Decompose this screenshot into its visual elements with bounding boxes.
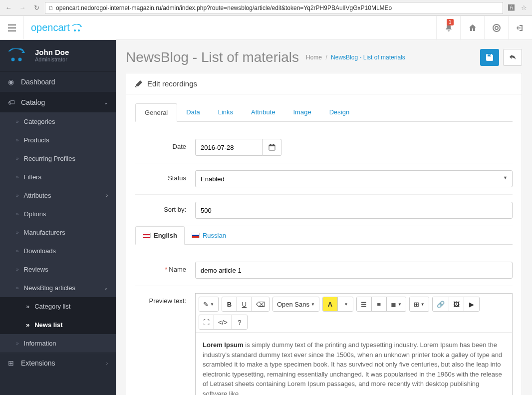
tab-image[interactable]: Image (284, 103, 320, 121)
sidebar-item-options[interactable]: »Options (0, 205, 116, 223)
save-button[interactable] (480, 49, 499, 66)
sidebar-item-newsblog[interactable]: »NewsBlog articles⌄ (0, 279, 116, 297)
svg-point-4 (74, 29, 76, 31)
svg-rect-0 (8, 24, 16, 25)
home-button[interactable] (460, 16, 484, 40)
sort-label: Sort by: (135, 202, 195, 219)
sidebar-item-extensions[interactable]: ⊞ Extensions › (0, 353, 116, 373)
sidebar-item-attributes[interactable]: »Attributes› (0, 186, 116, 205)
browser-chrome: ← → ↻ 🗋 opencart.nedorogoi-internet-maga… (0, 0, 532, 16)
svg-rect-13 (273, 144, 274, 145)
panel-heading: Edit recordings (126, 73, 522, 94)
more-color-button[interactable]: ▼ (338, 297, 353, 311)
app-topbar: opencart 1 (0, 16, 532, 40)
text-color-button[interactable]: A (323, 297, 338, 311)
sidebar-item-dashboard[interactable]: ◉ Dashboard (0, 71, 116, 92)
editor-content[interactable]: Lorem Ipsum is simply dummy text of the … (196, 333, 512, 395)
sidebar-item-recurring[interactable]: »Recurring Profiles (0, 149, 116, 168)
logout-button[interactable] (508, 16, 532, 40)
fullscreen-button[interactable]: ⛶ (199, 315, 214, 329)
sidebar-toggle[interactable] (0, 16, 24, 40)
flag-ru-icon (192, 233, 200, 238)
sidebar-item-manufacturers[interactable]: »Manufacturers (0, 223, 116, 242)
svg-rect-12 (270, 144, 271, 145)
browser-back[interactable]: ← (3, 2, 14, 13)
code-view-button[interactable]: </> (214, 315, 232, 329)
profile-block: John Doe Administrator (0, 40, 116, 71)
puzzle-icon: ⊞ (8, 359, 16, 367)
status-label: Status (135, 170, 195, 187)
sidebar-item-products[interactable]: »Products (0, 131, 116, 149)
erase-button[interactable]: ⌫ (252, 297, 269, 311)
video-button[interactable]: ▶ (464, 297, 479, 311)
url-text: opencart.nedorogoi-internet-magazin.ru/a… (56, 4, 392, 11)
image-button[interactable]: 🖼 (449, 297, 464, 311)
chevron-down-icon: ⌄ (104, 285, 108, 291)
svg-point-8 (11, 57, 15, 61)
name-label: *Name (135, 262, 195, 279)
bold-button[interactable]: B (222, 297, 237, 311)
ol-button[interactable]: ≡ (372, 297, 387, 311)
date-input[interactable] (195, 139, 263, 156)
flag-en-icon (143, 233, 151, 238)
browser-reload[interactable]: ↻ (31, 2, 42, 13)
help-button[interactable] (484, 16, 508, 40)
chevron-right-icon: › (106, 193, 108, 198)
url-bar[interactable]: 🗋 opencart.nedorogoi-internet-magazin.ru… (45, 2, 503, 14)
page-title: NewsBlog - List of materials (126, 49, 299, 65)
sidebar-item-reviews[interactable]: »Reviews (0, 260, 116, 279)
cancel-button[interactable] (503, 49, 522, 66)
crumb-current[interactable]: NewsBlog - List of materials (331, 54, 405, 61)
rich-text-editor: ✎▼ B U ⌫ Open Sans▼ A ▼ (195, 293, 513, 395)
star-icon[interactable]: ☆ (519, 3, 529, 13)
date-label: Date (135, 139, 195, 156)
sidebar-item-downloads[interactable]: »Downloads (0, 242, 116, 260)
sidebar-item-filters[interactable]: »Filters (0, 168, 116, 186)
tag-icon: 🏷 (8, 98, 16, 106)
language-tabs: English Russian (135, 226, 513, 245)
clear-format-button[interactable]: ✎▼ (199, 297, 218, 311)
status-select[interactable]: Enabled (195, 170, 513, 187)
notifications-button[interactable]: 1 (436, 16, 460, 40)
translate-icon[interactable]: 🅰 (506, 3, 516, 13)
pencil-icon (135, 80, 142, 87)
sidebar-item-category-list[interactable]: »Category list (0, 297, 116, 316)
cart-icon (8, 48, 28, 62)
crumb-home[interactable]: Home (306, 54, 322, 61)
editor-toolbar: ✎▼ B U ⌫ Open Sans▼ A ▼ (196, 294, 512, 333)
tab-design[interactable]: Design (320, 103, 358, 121)
svg-point-9 (18, 57, 22, 61)
browser-forward[interactable]: → (17, 2, 28, 13)
profile-name: John Doe (35, 48, 69, 56)
help-editor-button[interactable]: ? (232, 315, 247, 329)
chevron-right-icon: › (106, 361, 108, 366)
lang-tab-english[interactable]: English (135, 226, 185, 245)
logo[interactable]: opencart (24, 22, 92, 33)
preview-label: Preview text: (135, 293, 195, 395)
main-content: NewsBlog - List of materials Home / News… (116, 40, 532, 395)
sidebar-item-catalog[interactable]: 🏷 Catalog ⌄ (0, 92, 116, 112)
page-header: NewsBlog - List of materials Home / News… (116, 40, 532, 73)
chevron-down-icon: ⌄ (104, 100, 108, 105)
sort-input[interactable] (195, 202, 513, 219)
svg-point-5 (78, 29, 80, 31)
tab-general[interactable]: General (135, 103, 177, 122)
sidebar-item-news-list[interactable]: »News list (0, 316, 116, 334)
name-input[interactable] (195, 262, 513, 279)
tab-links[interactable]: Links (209, 103, 242, 121)
sidebar-item-information[interactable]: »Information (0, 334, 116, 353)
align-button[interactable]: ≣▼ (387, 297, 406, 311)
svg-rect-2 (8, 30, 16, 31)
table-button[interactable]: ⊞▼ (410, 297, 429, 311)
font-family-select[interactable]: Open Sans▼ (273, 297, 319, 311)
lang-tab-russian[interactable]: Russian (185, 226, 233, 244)
tab-attribute[interactable]: Attribute (242, 103, 284, 121)
sidebar-item-categories[interactable]: »Categories (0, 112, 116, 131)
ul-button[interactable]: ☰ (357, 297, 372, 311)
page-icon: 🗋 (48, 5, 54, 11)
main-tabs: General Data Links Attribute Image Desig… (135, 103, 513, 122)
underline-button[interactable]: U (237, 297, 252, 311)
calendar-button[interactable] (263, 139, 281, 156)
tab-data[interactable]: Data (177, 103, 209, 121)
link-button[interactable]: 🔗 (433, 297, 449, 311)
